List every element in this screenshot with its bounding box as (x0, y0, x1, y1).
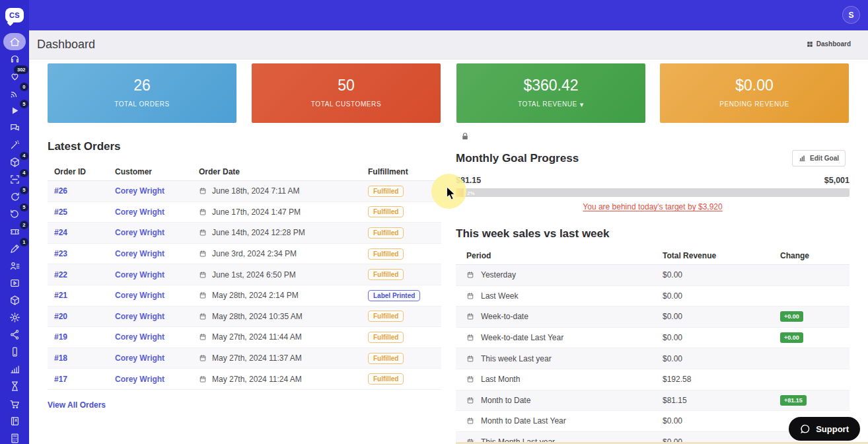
goal-progress-percent: 2% (467, 190, 475, 196)
magic-wand-icon (9, 139, 20, 151)
table-row: #22Corey WrightJune 1st, 2024 6:50 PMFul… (48, 264, 441, 285)
customer-link[interactable]: Corey Wright (115, 270, 199, 279)
app-logo[interactable]: CS (0, 0, 29, 30)
revenue-value: $0.00 (663, 354, 780, 363)
sidebar-item-mobile[interactable] (3, 344, 26, 361)
chat-icon (9, 122, 20, 133)
revenue-value: $0.00 (663, 312, 780, 321)
order-id-link[interactable]: #20 (54, 312, 115, 321)
order-id-link[interactable]: #19 (54, 332, 115, 342)
breadcrumb[interactable]: Dashboard (807, 40, 851, 48)
customer-link[interactable]: Corey Wright (115, 249, 199, 258)
order-id-link[interactable]: #25 (54, 207, 115, 217)
calendar-icon (466, 355, 474, 363)
notification-badge: 2 (20, 221, 28, 229)
calendar-icon (466, 271, 474, 279)
order-id-link[interactable]: #24 (54, 228, 115, 237)
order-date: June 3rd, 2024 2:34 PM (212, 249, 297, 258)
goal-warning-text: You are behind today's target by $3,920 (456, 202, 850, 211)
avatar[interactable]: S (842, 6, 860, 24)
sidebar-item-messages[interactable] (3, 119, 26, 136)
customer-link[interactable]: Corey Wright (115, 353, 199, 363)
sidebar-item-home[interactable] (3, 33, 26, 50)
order-id-link[interactable]: #18 (54, 353, 115, 363)
sidebar-item-history[interactable] (3, 378, 26, 395)
support-label: Support (816, 424, 849, 434)
customer-link[interactable]: Corey Wright (115, 186, 199, 196)
support-button[interactable]: Support (789, 417, 860, 441)
view-all-orders-link[interactable]: View All Orders (48, 400, 106, 410)
edit-goal-label: Edit Goal (810, 155, 839, 162)
period-label: Week-to-date Last Year (481, 333, 563, 342)
sidebar-item-returns[interactable]: 5 (3, 205, 26, 223)
sidebar-item-redo-queue[interactable]: 5 (3, 188, 26, 205)
order-id-link[interactable]: #22 (54, 270, 115, 279)
col-order-id: Order ID (54, 167, 115, 176)
sidebar-item-catalog[interactable] (3, 412, 26, 429)
calendar-icon (199, 250, 207, 258)
order-id-link[interactable]: #26 (54, 186, 115, 196)
order-date-cell: May 28th, 2024 10:35 AM (199, 312, 368, 321)
stat-card-total-orders: 26TOTAL ORDERS (48, 63, 236, 123)
order-date-cell: June 17th, 2024 1:47 PM (199, 207, 368, 217)
period-label: Month to Date (481, 396, 530, 405)
status-badge: Fulfilled (368, 269, 404, 280)
notification-badge: 5 (20, 204, 28, 212)
orders-table: Order ID Customer Order Date Fulfillment… (48, 163, 441, 390)
customer-link[interactable]: Corey Wright (115, 332, 199, 342)
status-badge: Fulfilled (368, 186, 404, 197)
sidebar-item-settings[interactable] (3, 309, 26, 326)
stat-card-total-revenue[interactable]: $360.42TOTAL REVENUE▾ (456, 63, 645, 123)
broadcast-icon (9, 88, 20, 99)
customer-link[interactable]: Corey Wright (115, 228, 199, 237)
calendar-icon (199, 187, 207, 195)
sidebar-item-automation[interactable] (3, 137, 26, 154)
sidebar-item-reports[interactable] (3, 361, 26, 378)
sidebar-item-inventory[interactable] (3, 291, 26, 309)
calendar-icon (199, 313, 207, 320)
customer-link[interactable]: Corey Wright (115, 375, 199, 384)
dashboard-grid-icon (807, 41, 813, 48)
period-label: Last Month (481, 375, 520, 384)
sidebar-item-customers[interactable] (3, 257, 26, 274)
period-cell: Last Week (466, 291, 663, 301)
sidebar-item-products[interactable]: 4 (3, 154, 26, 171)
status-badge: Fulfilled (368, 248, 404, 260)
stat-value: 50 (252, 77, 441, 94)
stat-label: TOTAL CUSTOMERS (311, 100, 381, 108)
customer-link[interactable]: Corey Wright (115, 207, 199, 217)
col-period: Period (466, 251, 663, 260)
orders-table-body: #26Corey WrightJune 18th, 2024 7:11 AMFu… (48, 181, 441, 390)
sidebar-item-orders-cart[interactable] (3, 395, 26, 412)
period-label: This week Last year (481, 354, 552, 363)
notification-badge: 302 (14, 65, 28, 74)
order-id-link[interactable]: #23 (54, 249, 115, 258)
change-badge: +81.15 (780, 395, 807, 406)
page-header: Dashboard Dashboard (29, 30, 868, 59)
edit-goal-button[interactable]: Edit Goal (792, 150, 846, 166)
sidebar-item-fulfillment[interactable]: 5 (3, 102, 26, 119)
sidebar-item-integrations[interactable] (3, 326, 26, 344)
avatar-initial: S (848, 11, 853, 20)
period-cell: Month to Date (466, 396, 663, 405)
logo-text: CS (9, 11, 20, 19)
customer-link[interactable]: Corey Wright (115, 312, 199, 321)
customer-link[interactable]: Corey Wright (115, 291, 199, 300)
video-icon (9, 278, 20, 289)
order-id-link[interactable]: #17 (54, 375, 115, 384)
sidebar-item-scan[interactable]: 4 (3, 171, 26, 188)
week-table-body: Yesterday$0.00Last Week$0.00Week-to-date… (456, 265, 850, 444)
revenue-value: $0.00 (663, 291, 780, 301)
calculator-icon (9, 433, 20, 444)
calendar-icon (466, 334, 474, 342)
calendar-icon (466, 375, 474, 383)
play-icon (9, 105, 20, 116)
period-cell: Yesterday (466, 270, 663, 279)
sidebar-item-media[interactable] (3, 274, 26, 291)
order-id-link[interactable]: #21 (54, 291, 115, 300)
top-bar: CS S (0, 0, 868, 30)
notification-badge: 4 (20, 169, 28, 178)
table-row: #25Corey WrightJune 17th, 2024 1:47 PMFu… (48, 202, 441, 223)
sidebar-item-pos[interactable] (3, 429, 26, 444)
sidebar-item-drafts[interactable]: 1 (3, 240, 26, 257)
